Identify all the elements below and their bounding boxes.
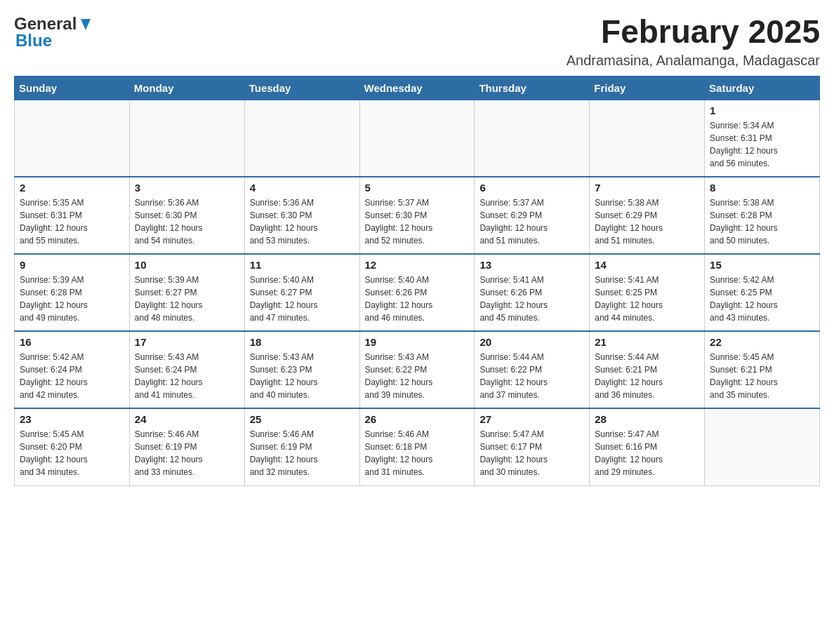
calendar-cell: 3Sunrise: 5:36 AM Sunset: 6:30 PM Daylig… [129, 177, 244, 254]
day-number: 28 [595, 413, 699, 425]
calendar-cell: 21Sunrise: 5:44 AM Sunset: 6:21 PM Dayli… [590, 331, 705, 408]
calendar-week-2: 2Sunrise: 5:35 AM Sunset: 6:31 PM Daylig… [15, 177, 820, 254]
calendar-cell: 7Sunrise: 5:38 AM Sunset: 6:29 PM Daylig… [590, 177, 705, 254]
day-info: Sunrise: 5:43 AM Sunset: 6:22 PM Dayligh… [365, 351, 470, 401]
calendar-cell: 19Sunrise: 5:43 AM Sunset: 6:22 PM Dayli… [359, 331, 475, 408]
calendar-cell: 4Sunrise: 5:36 AM Sunset: 6:30 PM Daylig… [244, 177, 359, 254]
calendar-cell: 18Sunrise: 5:43 AM Sunset: 6:23 PM Dayli… [244, 331, 359, 408]
title-section: February 2025 Andramasina, Analamanga, M… [567, 14, 820, 69]
day-info: Sunrise: 5:37 AM Sunset: 6:30 PM Dayligh… [365, 196, 470, 247]
day-number: 3 [135, 182, 239, 194]
day-info: Sunrise: 5:46 AM Sunset: 6:18 PM Dayligh… [365, 428, 470, 478]
day-number: 7 [595, 182, 699, 194]
day-number: 4 [250, 182, 355, 194]
calendar-cell: 16Sunrise: 5:42 AM Sunset: 6:24 PM Dayli… [15, 331, 130, 408]
calendar-week-1: 1Sunrise: 5:34 AM Sunset: 6:31 PM Daylig… [15, 100, 820, 177]
day-info: Sunrise: 5:38 AM Sunset: 6:28 PM Dayligh… [710, 196, 814, 247]
day-info: Sunrise: 5:45 AM Sunset: 6:20 PM Dayligh… [20, 428, 124, 478]
calendar-cell: 8Sunrise: 5:38 AM Sunset: 6:28 PM Daylig… [705, 177, 820, 254]
calendar-cell [129, 100, 244, 177]
calendar-cell: 2Sunrise: 5:35 AM Sunset: 6:31 PM Daylig… [15, 177, 130, 254]
day-number: 15 [710, 259, 814, 271]
calendar-week-5: 23Sunrise: 5:45 AM Sunset: 6:20 PM Dayli… [15, 408, 820, 485]
calendar-cell [590, 100, 705, 177]
calendar-cell: 11Sunrise: 5:40 AM Sunset: 6:27 PM Dayli… [244, 254, 359, 331]
day-number: 21 [595, 336, 699, 348]
calendar-cell: 15Sunrise: 5:42 AM Sunset: 6:25 PM Dayli… [705, 254, 820, 331]
day-number: 9 [20, 259, 124, 271]
day-info: Sunrise: 5:44 AM Sunset: 6:22 PM Dayligh… [479, 351, 584, 401]
day-info: Sunrise: 5:39 AM Sunset: 6:27 PM Dayligh… [135, 274, 239, 324]
day-info: Sunrise: 5:42 AM Sunset: 6:24 PM Dayligh… [20, 351, 124, 401]
day-number: 1 [710, 105, 814, 116]
calendar-cell: 13Sunrise: 5:41 AM Sunset: 6:26 PM Dayli… [475, 254, 590, 331]
day-number: 27 [479, 413, 584, 425]
calendar-cell: 10Sunrise: 5:39 AM Sunset: 6:27 PM Dayli… [129, 254, 244, 331]
day-number: 20 [479, 336, 584, 348]
day-number: 11 [250, 259, 355, 271]
day-info: Sunrise: 5:40 AM Sunset: 6:26 PM Dayligh… [365, 274, 470, 324]
calendar-cell: 20Sunrise: 5:44 AM Sunset: 6:22 PM Dayli… [475, 331, 590, 408]
day-info: Sunrise: 5:36 AM Sunset: 6:30 PM Dayligh… [250, 196, 355, 247]
calendar-cell: 17Sunrise: 5:43 AM Sunset: 6:24 PM Dayli… [129, 331, 244, 408]
day-info: Sunrise: 5:44 AM Sunset: 6:21 PM Dayligh… [595, 351, 699, 401]
calendar-cell: 9Sunrise: 5:39 AM Sunset: 6:28 PM Daylig… [15, 254, 130, 331]
location-title: Andramasina, Analamanga, Madagascar [567, 53, 820, 69]
day-info: Sunrise: 5:47 AM Sunset: 6:16 PM Dayligh… [595, 428, 699, 478]
col-tuesday: Tuesday [244, 76, 359, 100]
day-info: Sunrise: 5:38 AM Sunset: 6:29 PM Dayligh… [595, 196, 699, 247]
day-number: 23 [20, 413, 124, 425]
day-number: 16 [20, 336, 124, 348]
day-info: Sunrise: 5:37 AM Sunset: 6:29 PM Dayligh… [479, 196, 584, 247]
day-info: Sunrise: 5:47 AM Sunset: 6:17 PM Dayligh… [479, 428, 584, 478]
calendar-cell: 25Sunrise: 5:46 AM Sunset: 6:19 PM Dayli… [244, 408, 359, 485]
calendar-cell: 22Sunrise: 5:45 AM Sunset: 6:21 PM Dayli… [705, 331, 820, 408]
logo-blue-text: Blue [15, 31, 93, 51]
calendar-table: Sunday Monday Tuesday Wednesday Thursday… [14, 76, 820, 486]
day-number: 17 [135, 336, 239, 348]
day-info: Sunrise: 5:46 AM Sunset: 6:19 PM Dayligh… [135, 428, 239, 478]
day-number: 24 [135, 413, 239, 425]
day-info: Sunrise: 5:39 AM Sunset: 6:28 PM Dayligh… [20, 274, 124, 324]
col-wednesday: Wednesday [359, 76, 475, 100]
calendar-cell: 5Sunrise: 5:37 AM Sunset: 6:30 PM Daylig… [359, 177, 475, 254]
calendar-cell [475, 100, 590, 177]
calendar-cell: 28Sunrise: 5:47 AM Sunset: 6:16 PM Dayli… [590, 408, 705, 485]
calendar-week-3: 9Sunrise: 5:39 AM Sunset: 6:28 PM Daylig… [15, 254, 820, 331]
day-info: Sunrise: 5:43 AM Sunset: 6:23 PM Dayligh… [250, 351, 355, 401]
day-info: Sunrise: 5:35 AM Sunset: 6:31 PM Dayligh… [20, 196, 124, 247]
day-number: 25 [250, 413, 355, 425]
calendar-cell: 6Sunrise: 5:37 AM Sunset: 6:29 PM Daylig… [475, 177, 590, 254]
col-sunday: Sunday [15, 76, 130, 100]
col-monday: Monday [129, 76, 244, 100]
col-friday: Friday [590, 76, 705, 100]
col-saturday: Saturday [705, 76, 820, 100]
day-number: 19 [365, 336, 470, 348]
day-info: Sunrise: 5:41 AM Sunset: 6:25 PM Dayligh… [595, 274, 699, 324]
day-info: Sunrise: 5:40 AM Sunset: 6:27 PM Dayligh… [250, 274, 355, 324]
day-info: Sunrise: 5:36 AM Sunset: 6:30 PM Dayligh… [135, 196, 239, 247]
page-header: General Blue February 2025 Andramasina, … [14, 14, 820, 69]
calendar-cell: 23Sunrise: 5:45 AM Sunset: 6:20 PM Dayli… [15, 408, 130, 485]
day-info: Sunrise: 5:46 AM Sunset: 6:19 PM Dayligh… [250, 428, 355, 478]
calendar-cell: 27Sunrise: 5:47 AM Sunset: 6:17 PM Dayli… [475, 408, 590, 485]
day-number: 18 [250, 336, 355, 348]
calendar-cell [244, 100, 359, 177]
day-number: 14 [595, 259, 699, 271]
day-number: 6 [479, 182, 584, 194]
logo-container: General Blue [14, 14, 93, 51]
calendar-cell [359, 100, 475, 177]
calendar-cell [705, 408, 820, 485]
day-number: 10 [135, 259, 239, 271]
month-title: February 2025 [567, 14, 820, 50]
calendar-cell: 1Sunrise: 5:34 AM Sunset: 6:31 PM Daylig… [705, 100, 820, 177]
day-info: Sunrise: 5:43 AM Sunset: 6:24 PM Dayligh… [135, 351, 239, 401]
day-number: 5 [365, 182, 470, 194]
day-number: 13 [479, 259, 584, 271]
calendar-cell: 12Sunrise: 5:40 AM Sunset: 6:26 PM Dayli… [359, 254, 475, 331]
calendar-header-row: Sunday Monday Tuesday Wednesday Thursday… [15, 76, 820, 100]
day-number: 8 [710, 182, 814, 194]
calendar-cell [15, 100, 130, 177]
day-info: Sunrise: 5:34 AM Sunset: 6:31 PM Dayligh… [710, 119, 814, 170]
logo-triangle-icon [78, 16, 93, 32]
